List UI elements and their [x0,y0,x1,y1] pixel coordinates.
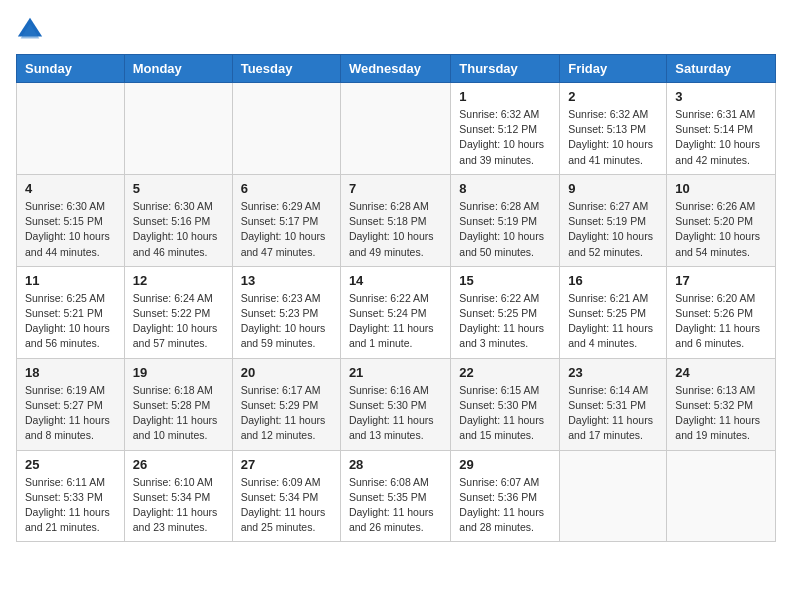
col-header-monday: Monday [124,55,232,83]
calendar-header-row: SundayMondayTuesdayWednesdayThursdayFrid… [17,55,776,83]
calendar-cell: 24Sunrise: 6:13 AM Sunset: 5:32 PM Dayli… [667,358,776,450]
day-number: 10 [675,181,767,196]
calendar-cell: 25Sunrise: 6:11 AM Sunset: 5:33 PM Dayli… [17,450,125,542]
calendar-cell: 19Sunrise: 6:18 AM Sunset: 5:28 PM Dayli… [124,358,232,450]
day-number: 20 [241,365,332,380]
calendar-cell: 26Sunrise: 6:10 AM Sunset: 5:34 PM Dayli… [124,450,232,542]
calendar-cell: 12Sunrise: 6:24 AM Sunset: 5:22 PM Dayli… [124,266,232,358]
calendar-cell: 16Sunrise: 6:21 AM Sunset: 5:25 PM Dayli… [560,266,667,358]
day-info: Sunrise: 6:20 AM Sunset: 5:26 PM Dayligh… [675,291,767,352]
day-number: 24 [675,365,767,380]
day-number: 17 [675,273,767,288]
day-number: 14 [349,273,442,288]
day-info: Sunrise: 6:18 AM Sunset: 5:28 PM Dayligh… [133,383,224,444]
day-info: Sunrise: 6:17 AM Sunset: 5:29 PM Dayligh… [241,383,332,444]
calendar-week-row: 11Sunrise: 6:25 AM Sunset: 5:21 PM Dayli… [17,266,776,358]
day-number: 13 [241,273,332,288]
day-info: Sunrise: 6:16 AM Sunset: 5:30 PM Dayligh… [349,383,442,444]
col-header-wednesday: Wednesday [340,55,450,83]
calendar-cell: 13Sunrise: 6:23 AM Sunset: 5:23 PM Dayli… [232,266,340,358]
day-info: Sunrise: 6:08 AM Sunset: 5:35 PM Dayligh… [349,475,442,536]
calendar-week-row: 18Sunrise: 6:19 AM Sunset: 5:27 PM Dayli… [17,358,776,450]
calendar-cell: 11Sunrise: 6:25 AM Sunset: 5:21 PM Dayli… [17,266,125,358]
calendar-cell: 18Sunrise: 6:19 AM Sunset: 5:27 PM Dayli… [17,358,125,450]
day-info: Sunrise: 6:22 AM Sunset: 5:25 PM Dayligh… [459,291,551,352]
day-info: Sunrise: 6:32 AM Sunset: 5:12 PM Dayligh… [459,107,551,168]
calendar-cell: 10Sunrise: 6:26 AM Sunset: 5:20 PM Dayli… [667,174,776,266]
day-info: Sunrise: 6:25 AM Sunset: 5:21 PM Dayligh… [25,291,116,352]
day-info: Sunrise: 6:22 AM Sunset: 5:24 PM Dayligh… [349,291,442,352]
day-info: Sunrise: 6:11 AM Sunset: 5:33 PM Dayligh… [25,475,116,536]
col-header-friday: Friday [560,55,667,83]
day-number: 18 [25,365,116,380]
page-header [16,16,776,44]
calendar-week-row: 25Sunrise: 6:11 AM Sunset: 5:33 PM Dayli… [17,450,776,542]
col-header-saturday: Saturday [667,55,776,83]
calendar-cell [667,450,776,542]
day-info: Sunrise: 6:27 AM Sunset: 5:19 PM Dayligh… [568,199,658,260]
col-header-sunday: Sunday [17,55,125,83]
day-number: 15 [459,273,551,288]
logo-icon [16,16,44,44]
day-info: Sunrise: 6:21 AM Sunset: 5:25 PM Dayligh… [568,291,658,352]
calendar-cell: 8Sunrise: 6:28 AM Sunset: 5:19 PM Daylig… [451,174,560,266]
day-number: 9 [568,181,658,196]
calendar-week-row: 4Sunrise: 6:30 AM Sunset: 5:15 PM Daylig… [17,174,776,266]
day-number: 21 [349,365,442,380]
day-info: Sunrise: 6:19 AM Sunset: 5:27 PM Dayligh… [25,383,116,444]
day-info: Sunrise: 6:31 AM Sunset: 5:14 PM Dayligh… [675,107,767,168]
logo [16,16,48,44]
calendar-cell [124,83,232,175]
day-info: Sunrise: 6:07 AM Sunset: 5:36 PM Dayligh… [459,475,551,536]
day-number: 3 [675,89,767,104]
day-info: Sunrise: 6:10 AM Sunset: 5:34 PM Dayligh… [133,475,224,536]
calendar-cell: 22Sunrise: 6:15 AM Sunset: 5:30 PM Dayli… [451,358,560,450]
day-number: 22 [459,365,551,380]
calendar-cell: 7Sunrise: 6:28 AM Sunset: 5:18 PM Daylig… [340,174,450,266]
col-header-tuesday: Tuesday [232,55,340,83]
calendar-cell: 1Sunrise: 6:32 AM Sunset: 5:12 PM Daylig… [451,83,560,175]
day-info: Sunrise: 6:30 AM Sunset: 5:15 PM Dayligh… [25,199,116,260]
day-info: Sunrise: 6:32 AM Sunset: 5:13 PM Dayligh… [568,107,658,168]
calendar-cell: 9Sunrise: 6:27 AM Sunset: 5:19 PM Daylig… [560,174,667,266]
calendar-cell [340,83,450,175]
calendar-cell [232,83,340,175]
calendar-cell: 14Sunrise: 6:22 AM Sunset: 5:24 PM Dayli… [340,266,450,358]
calendar-cell: 23Sunrise: 6:14 AM Sunset: 5:31 PM Dayli… [560,358,667,450]
day-number: 23 [568,365,658,380]
day-info: Sunrise: 6:28 AM Sunset: 5:18 PM Dayligh… [349,199,442,260]
calendar-cell [17,83,125,175]
calendar-table: SundayMondayTuesdayWednesdayThursdayFrid… [16,54,776,542]
day-info: Sunrise: 6:30 AM Sunset: 5:16 PM Dayligh… [133,199,224,260]
calendar-cell: 28Sunrise: 6:08 AM Sunset: 5:35 PM Dayli… [340,450,450,542]
day-number: 7 [349,181,442,196]
calendar-cell: 27Sunrise: 6:09 AM Sunset: 5:34 PM Dayli… [232,450,340,542]
day-number: 28 [349,457,442,472]
day-number: 26 [133,457,224,472]
day-info: Sunrise: 6:24 AM Sunset: 5:22 PM Dayligh… [133,291,224,352]
day-info: Sunrise: 6:23 AM Sunset: 5:23 PM Dayligh… [241,291,332,352]
day-number: 1 [459,89,551,104]
day-number: 29 [459,457,551,472]
day-number: 19 [133,365,224,380]
day-info: Sunrise: 6:13 AM Sunset: 5:32 PM Dayligh… [675,383,767,444]
day-info: Sunrise: 6:28 AM Sunset: 5:19 PM Dayligh… [459,199,551,260]
day-number: 2 [568,89,658,104]
day-number: 25 [25,457,116,472]
day-number: 27 [241,457,332,472]
day-number: 8 [459,181,551,196]
day-number: 4 [25,181,116,196]
day-number: 12 [133,273,224,288]
calendar-cell: 15Sunrise: 6:22 AM Sunset: 5:25 PM Dayli… [451,266,560,358]
day-info: Sunrise: 6:29 AM Sunset: 5:17 PM Dayligh… [241,199,332,260]
calendar-cell: 3Sunrise: 6:31 AM Sunset: 5:14 PM Daylig… [667,83,776,175]
calendar-cell: 17Sunrise: 6:20 AM Sunset: 5:26 PM Dayli… [667,266,776,358]
day-info: Sunrise: 6:09 AM Sunset: 5:34 PM Dayligh… [241,475,332,536]
calendar-cell: 5Sunrise: 6:30 AM Sunset: 5:16 PM Daylig… [124,174,232,266]
day-info: Sunrise: 6:26 AM Sunset: 5:20 PM Dayligh… [675,199,767,260]
calendar-cell: 6Sunrise: 6:29 AM Sunset: 5:17 PM Daylig… [232,174,340,266]
day-number: 5 [133,181,224,196]
day-info: Sunrise: 6:15 AM Sunset: 5:30 PM Dayligh… [459,383,551,444]
day-info: Sunrise: 6:14 AM Sunset: 5:31 PM Dayligh… [568,383,658,444]
calendar-cell: 4Sunrise: 6:30 AM Sunset: 5:15 PM Daylig… [17,174,125,266]
